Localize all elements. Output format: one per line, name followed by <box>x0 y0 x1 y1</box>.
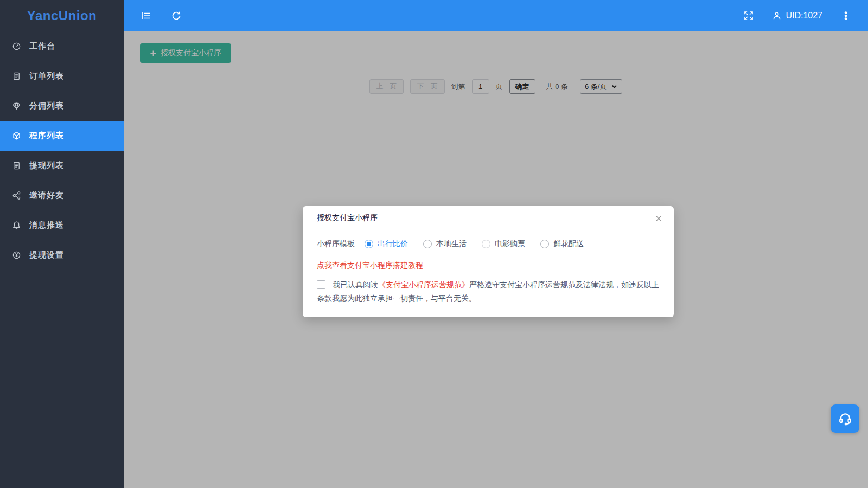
radio-option-travel[interactable]: 出行比价 <box>365 239 408 249</box>
refresh-button[interactable] <box>167 7 186 25</box>
agreement-checkbox[interactable] <box>317 280 326 289</box>
fullscreen-button[interactable] <box>739 7 758 25</box>
sidebar-item-label: 消息推送 <box>29 220 64 230</box>
gem-icon <box>12 101 21 111</box>
sidebar-item-withdraw-settings[interactable]: 提现设置 <box>0 240 124 270</box>
document-icon <box>12 72 21 81</box>
sidebar-item-programs[interactable]: 程序列表 <box>0 121 124 151</box>
modal-header: 授权支付宝小程序 <box>303 206 674 230</box>
modal-title: 授权支付宝小程序 <box>317 213 378 223</box>
close-icon <box>655 215 662 222</box>
sidebar-item-workbench[interactable]: 工作台 <box>0 31 124 61</box>
sidebar-item-withdrawals[interactable]: 提现列表 <box>0 151 124 181</box>
authorize-modal: 授权支付宝小程序 小程序模板 出行比价 本地生活 <box>303 206 674 317</box>
sidebar-nav: 工作台 订单列表 分佣列表 程序列表 提现列表 邀请好友 <box>0 31 124 270</box>
fullscreen-icon <box>743 10 754 21</box>
sidebar-item-commission[interactable]: 分佣列表 <box>0 91 124 121</box>
modal-close-button[interactable] <box>652 212 665 225</box>
sidebar-item-invite[interactable]: 邀请好友 <box>0 181 124 210</box>
kebab-icon <box>840 10 851 21</box>
user-menu[interactable]: UID:1027 <box>772 11 822 21</box>
headset-icon <box>837 410 853 427</box>
radio-icon <box>365 240 373 248</box>
sidebar-item-label: 提现设置 <box>29 250 64 260</box>
app-root: YancUnion 工作台 订单列表 分佣列表 程序列表 提现列表 <box>0 0 868 488</box>
sidebar-item-label: 订单列表 <box>29 71 64 81</box>
main-area: UID:1027 授权支付宝小程序 上一页 下一页 到第 页 <box>124 0 868 488</box>
radio-label: 本地生活 <box>436 239 467 249</box>
topbar-left <box>137 7 186 25</box>
sidebar-item-label: 程序列表 <box>29 131 64 141</box>
sidebar-item-label: 工作台 <box>29 41 55 52</box>
template-row: 小程序模板 出行比价 本地生活 电影购票 <box>317 239 660 249</box>
topbar: UID:1027 <box>124 0 868 31</box>
agreement-prefix: 我已认真阅读 <box>333 280 378 289</box>
dashboard-icon <box>12 42 21 51</box>
sidebar-item-label: 分佣列表 <box>29 101 64 111</box>
sidebar-item-label: 提现列表 <box>29 160 64 171</box>
radio-label: 鲜花配送 <box>553 239 584 249</box>
uid-label: UID:1027 <box>786 11 822 21</box>
document-icon <box>12 161 21 170</box>
yen-circle-icon <box>12 251 21 260</box>
user-icon <box>772 11 782 21</box>
collapse-menu-button[interactable] <box>137 7 155 25</box>
app-logo: YancUnion <box>0 0 124 31</box>
radio-option-flower-delivery[interactable]: 鲜花配送 <box>540 239 584 249</box>
radio-icon <box>540 240 549 248</box>
more-options-button[interactable] <box>837 7 855 25</box>
menu-fold-icon <box>141 10 151 21</box>
cube-icon <box>12 131 21 140</box>
topbar-right: UID:1027 <box>739 7 855 25</box>
agreement-text: 我已认真阅读《支付宝小程序运营规范》严格遵守支付宝小程序运营规范及法律法规，如违… <box>317 278 660 305</box>
sidebar-item-orders[interactable]: 订单列表 <box>0 61 124 91</box>
agreement-policy-link[interactable]: 《支付宝小程序运营规范》 <box>378 280 469 289</box>
share-icon <box>12 191 21 200</box>
bell-icon <box>12 221 21 230</box>
radio-option-local-life[interactable]: 本地生活 <box>423 239 467 249</box>
tutorial-link[interactable]: 点我查看支付宝小程序搭建教程 <box>317 261 423 271</box>
radio-label: 电影购票 <box>495 239 525 249</box>
customer-service-fab[interactable] <box>831 404 859 433</box>
content-area: 授权支付宝小程序 上一页 下一页 到第 页 确定 共 0 条 6 条/页 <box>124 31 868 488</box>
radio-label: 出行比价 <box>378 239 408 249</box>
template-label: 小程序模板 <box>317 239 355 249</box>
radio-icon <box>423 240 432 248</box>
sidebar-item-push[interactable]: 消息推送 <box>0 210 124 240</box>
radio-option-movie-tickets[interactable]: 电影购票 <box>482 239 525 249</box>
modal-body: 小程序模板 出行比价 本地生活 电影购票 <box>303 230 674 317</box>
sidebar-item-label: 邀请好友 <box>29 190 64 201</box>
sidebar: YancUnion 工作台 订单列表 分佣列表 程序列表 提现列表 <box>0 0 124 488</box>
radio-icon <box>482 240 490 248</box>
refresh-icon <box>171 10 182 21</box>
